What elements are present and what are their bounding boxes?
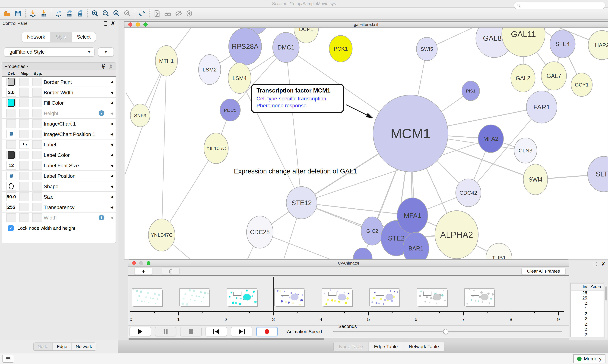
default-value-cell[interactable] xyxy=(6,99,16,107)
lock-node-size-row[interactable]: ✓ Lock node width and height xyxy=(2,223,116,234)
row-expand-icon[interactable]: ◀ xyxy=(111,91,113,95)
node-CDC42[interactable]: CDC42 xyxy=(456,179,481,207)
export-image-button[interactable] xyxy=(76,9,84,18)
node-FAR1[interactable]: FAR1 xyxy=(526,91,557,123)
results-column-header[interactable]: ity xyxy=(571,284,589,290)
record-button[interactable] xyxy=(256,327,278,336)
row-expand-icon[interactable]: ◀ xyxy=(111,122,113,126)
mapping-cell[interactable] xyxy=(19,161,29,170)
network-file-button[interactable] xyxy=(153,9,161,18)
frame-thumbnail-3[interactable] xyxy=(274,288,304,306)
node-LSM2[interactable]: LSM2 xyxy=(199,54,221,85)
node-YIL105C[interactable]: YIL105C xyxy=(204,133,228,164)
binoculars-button[interactable] xyxy=(164,9,172,18)
row-expand-icon[interactable]: ◀ xyxy=(111,164,113,168)
mapping-cell[interactable] xyxy=(19,171,29,180)
node-SWI4[interactable]: SWI4 xyxy=(523,164,548,195)
row-expand-icon[interactable]: ◀ xyxy=(111,174,113,178)
style-options-button[interactable]: ▼ xyxy=(98,47,114,57)
default-value-cell[interactable]: 2.0 xyxy=(6,88,16,97)
results-scrollbar[interactable] xyxy=(605,285,608,338)
zoom-fit-button[interactable] xyxy=(112,9,121,18)
node-TUB1[interactable]: TUB1 xyxy=(486,243,512,259)
row-expand-icon[interactable]: ◀ xyxy=(111,101,113,105)
timeline[interactable]: 0123456789Seconds xyxy=(128,276,569,325)
default-value-cell[interactable] xyxy=(6,140,16,149)
row-expand-icon[interactable]: ◀ xyxy=(111,184,113,188)
mapping-cell[interactable] xyxy=(19,88,29,97)
default-value-cell[interactable] xyxy=(6,213,16,222)
tab-style[interactable]: Style xyxy=(50,32,71,42)
bypass-cell[interactable] xyxy=(32,88,42,97)
tab-network[interactable]: Network xyxy=(22,32,50,42)
property-row-transparency[interactable]: 255Transparency◀ xyxy=(2,202,116,212)
node-LSM4[interactable]: LSM4 xyxy=(228,63,251,93)
bypass-cell[interactable] xyxy=(32,203,42,211)
row-expand-icon[interactable]: ◀ xyxy=(111,195,113,199)
tab-edge[interactable]: Edge xyxy=(52,343,71,351)
bypass-cell[interactable] xyxy=(32,151,42,159)
node-PCK1[interactable]: PCK1 xyxy=(329,35,352,62)
add-frame-button[interactable]: + xyxy=(135,268,152,275)
import-table-button[interactable] xyxy=(40,9,48,18)
network-window-titlebar[interactable]: galFiltered.sif xyxy=(124,22,608,28)
property-row-image-chart-1[interactable]: Image/Chart 1◀ xyxy=(2,118,116,129)
clear-all-frames-button[interactable]: Clear All Frames xyxy=(521,268,566,275)
mapping-cell[interactable] xyxy=(19,130,29,138)
previous-frame-button[interactable] xyxy=(206,327,227,336)
node-SWI5[interactable]: SWI5 xyxy=(416,37,437,61)
node-ALPHA2[interactable]: ALPHA2 xyxy=(435,211,478,259)
node-CDC28[interactable]: CDC28 xyxy=(247,216,273,248)
timeline-scrollbar[interactable] xyxy=(128,338,569,340)
node-CLN3[interactable]: CLN3 xyxy=(514,138,537,163)
node-SNF3[interactable]: SNF3 xyxy=(130,104,150,127)
default-value-cell[interactable]: 50.0 xyxy=(6,193,16,201)
results-row[interactable]: 2 xyxy=(571,301,604,306)
node-nodeb[interactable] xyxy=(353,248,372,259)
zoom-selected-button[interactable] xyxy=(123,9,132,18)
frame-thumbnail-1[interactable] xyxy=(180,288,209,306)
cyanimator-titlebar[interactable]: CyAnimator xyxy=(128,260,569,267)
property-row-width[interactable]: Widthi◀ xyxy=(2,212,116,223)
default-value-cell[interactable] xyxy=(6,78,16,86)
bypass-cell[interactable] xyxy=(32,78,42,86)
node-STE4[interactable]: STE4 xyxy=(550,30,575,58)
default-value-cell[interactable] xyxy=(6,151,16,159)
mapping-cell[interactable] xyxy=(19,78,29,86)
annotation-link[interactable]: Pheromone response xyxy=(257,102,343,109)
node-PIS1[interactable]: PIS1 xyxy=(462,81,480,101)
row-expand-icon[interactable]: ◀ xyxy=(111,80,113,84)
property-row-label-position[interactable]: Label Position◀ xyxy=(2,171,116,181)
close-panel-icon[interactable]: ✗ xyxy=(601,261,606,266)
annotation-link[interactable]: Cell-type-specific transcription xyxy=(257,95,343,102)
network-canvas[interactable]: RPS28ADCP1DMC1PCK1SWI5MTH1LSM2LSM4SNF3PD… xyxy=(124,28,608,259)
mapping-cell[interactable] xyxy=(19,203,29,211)
tab-node-table[interactable]: Node Table xyxy=(334,342,368,351)
tab-edge-table[interactable]: Edge Table xyxy=(368,342,403,351)
bypass-cell[interactable] xyxy=(32,119,42,128)
style-selector[interactable]: galFiltered Style ▾ xyxy=(4,47,95,57)
zoom-in-button[interactable] xyxy=(91,9,99,18)
row-expand-icon[interactable]: ◀ xyxy=(111,111,113,116)
pause-button[interactable] xyxy=(155,327,176,336)
frame-thumbnail-0[interactable] xyxy=(132,288,162,306)
tab-network-table[interactable]: Network Table xyxy=(403,342,444,351)
frame-thumbnail-2[interactable] xyxy=(227,288,257,306)
results-column-header[interactable]: Stres xyxy=(589,284,604,290)
row-expand-icon[interactable]: ◀ xyxy=(111,143,113,147)
default-value-cell[interactable]: 12 xyxy=(6,161,16,170)
property-row-border-paint[interactable]: Border Paint◀ xyxy=(2,77,116,87)
results-row[interactable]: 2 xyxy=(571,332,604,338)
checkbox-checked-icon[interactable]: ✓ xyxy=(8,225,14,231)
node-MFA1[interactable]: MFA1 xyxy=(397,198,428,233)
results-row[interactable]: 2 xyxy=(571,322,604,327)
mapping-cell[interactable] xyxy=(19,213,29,222)
save-button[interactable] xyxy=(14,9,22,18)
default-value-cell[interactable]: 255 xyxy=(6,203,16,211)
tab-node[interactable]: Node xyxy=(34,343,52,351)
collapse-all-icon[interactable]: ≫ xyxy=(108,64,113,69)
mapping-cell[interactable] xyxy=(19,193,29,201)
property-row-border-width[interactable]: 2.0Border Width◀ xyxy=(2,87,116,98)
default-value-cell[interactable] xyxy=(6,119,16,128)
property-row-label-font-size[interactable]: 12Label Font Size◀ xyxy=(2,160,116,171)
